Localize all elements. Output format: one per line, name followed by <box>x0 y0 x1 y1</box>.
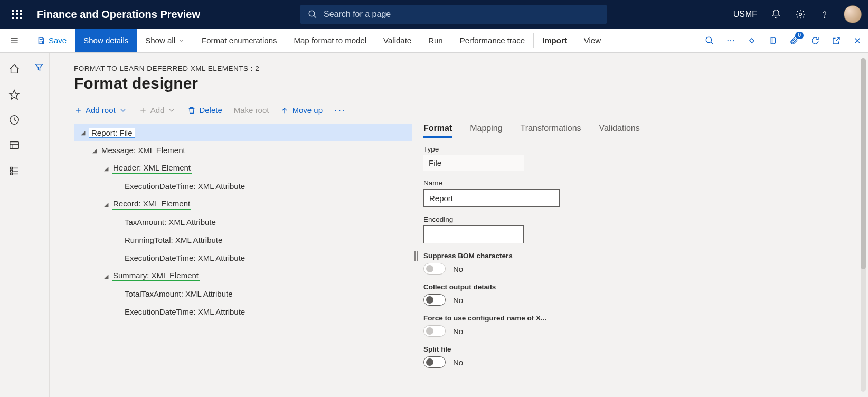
show-all-button[interactable]: Show all <box>137 29 193 52</box>
tab-format[interactable]: Format <box>423 124 452 138</box>
tree-node[interactable]: ◢Record: XML Element <box>74 195 412 213</box>
splitter-handle[interactable] <box>412 124 420 376</box>
chevron-down-icon <box>178 37 185 44</box>
content-area: FORMAT TO LEARN DEFERRED XML ELEMENTS : … <box>29 53 868 397</box>
svg-point-0 <box>309 11 315 16</box>
star-icon[interactable] <box>8 89 20 100</box>
global-search[interactable] <box>300 5 607 24</box>
svg-point-12 <box>730 40 731 41</box>
view-button[interactable]: View <box>575 29 609 52</box>
home-icon[interactable] <box>8 63 20 75</box>
refresh-icon[interactable] <box>805 29 826 52</box>
app-title: Finance and Operations Preview <box>37 8 200 21</box>
tree-node[interactable]: ◢Message: XML Element <box>74 141 412 159</box>
hamburger-icon[interactable] <box>0 29 29 53</box>
collect-output-toggle[interactable] <box>423 294 446 306</box>
svg-point-13 <box>733 40 734 41</box>
bell-icon[interactable] <box>771 9 781 20</box>
tab-mapping[interactable]: Mapping <box>470 124 502 138</box>
tree-node-label: ExecutionDateTime: XML Attribute <box>124 253 246 263</box>
svg-point-3 <box>824 17 825 17</box>
svg-line-1 <box>314 15 316 18</box>
more-icon[interactable]: ··· <box>334 104 346 116</box>
tree-node-label: Summary: XML Element <box>112 271 200 281</box>
popout-icon[interactable] <box>826 29 847 52</box>
delete-button[interactable]: Delete <box>187 106 222 115</box>
validate-button[interactable]: Validate <box>375 29 420 52</box>
tree-node[interactable]: ◢RunningTotal: XML Attribute <box>74 231 412 249</box>
svg-rect-8 <box>40 41 42 43</box>
main-panel: FORMAT TO LEARN DEFERRED XML ELEMENTS : … <box>50 53 868 397</box>
gear-icon[interactable] <box>795 9 806 20</box>
suppress-bom-toggle[interactable] <box>423 263 446 275</box>
import-button[interactable]: Import <box>534 29 575 52</box>
tab-transformations[interactable]: Transformations <box>521 124 581 138</box>
performance-trace-button[interactable]: Performance trace <box>451 29 533 52</box>
page-title: Format designer <box>74 74 852 92</box>
tree-node[interactable]: ◢ExecutionDateTime: XML Attribute <box>74 249 412 267</box>
split-file-toggle[interactable] <box>423 356 446 368</box>
clock-icon[interactable] <box>8 114 20 126</box>
move-up-button[interactable]: Move up <box>280 106 323 115</box>
tree-node[interactable]: ◢TotalTaxAmount: XML Attribute <box>74 285 412 303</box>
tree-node[interactable]: ◢ExecutionDateTime: XML Attribute <box>74 303 412 321</box>
save-button[interactable]: Save <box>29 29 75 52</box>
tree-node-label: ExecutionDateTime: XML Attribute <box>124 182 246 192</box>
ellipsis-icon[interactable] <box>720 29 741 52</box>
caret-icon[interactable]: ◢ <box>89 147 100 154</box>
name-field[interactable] <box>423 189 560 207</box>
tree-node-label: Header: XML Element <box>112 163 192 174</box>
show-details-button[interactable]: Show details <box>75 29 137 52</box>
force-name-toggle[interactable] <box>423 325 446 337</box>
encoding-field[interactable] <box>423 225 524 243</box>
type-label: Type <box>423 145 842 153</box>
svg-rect-25 <box>11 173 13 175</box>
tree-toolbar: Add root Add Delete Make root Move up ··… <box>74 104 852 116</box>
tab-validations[interactable]: Validations <box>599 124 640 138</box>
caret-icon[interactable]: ◢ <box>77 129 89 136</box>
type-value: File <box>423 155 524 171</box>
app-launcher-icon[interactable] <box>6 4 27 25</box>
collect-output-label: Collect output details <box>423 283 842 291</box>
svg-rect-23 <box>11 167 13 169</box>
help-icon[interactable] <box>819 9 830 20</box>
close-icon[interactable] <box>847 29 868 52</box>
diamond-icon[interactable] <box>741 29 762 52</box>
tree-panel: ◢Report: File◢Message: XML Element◢Heade… <box>74 124 412 376</box>
attachment-badge: 0 <box>795 32 804 39</box>
tree-node[interactable]: ◢Header: XML Element <box>74 159 412 177</box>
add-root-button[interactable]: Add root <box>74 106 127 115</box>
make-root-button: Make root <box>234 106 269 115</box>
tree-node[interactable]: ◢Report: File <box>74 124 412 141</box>
caret-icon[interactable]: ◢ <box>100 201 112 208</box>
tree-node-label: Record: XML Element <box>112 199 191 210</box>
format-enumerations-button[interactable]: Format enumerations <box>193 29 286 52</box>
breadcrumb: FORMAT TO LEARN DEFERRED XML ELEMENTS : … <box>74 64 852 72</box>
tree-node[interactable]: ◢ExecutionDateTime: XML Attribute <box>74 177 412 195</box>
svg-marker-29 <box>35 64 43 70</box>
legal-entity[interactable]: USMF <box>733 10 757 19</box>
svg-rect-20 <box>10 142 19 149</box>
tree-node[interactable]: ◢Summary: XML Element <box>74 267 412 285</box>
avatar[interactable] <box>844 5 862 23</box>
filter-column <box>29 53 50 397</box>
caret-icon[interactable]: ◢ <box>100 165 112 172</box>
tree-node-label: Message: XML Element <box>100 146 186 156</box>
tree-node[interactable]: ◢TaxAmount: XML Attribute <box>74 213 412 231</box>
search-icon <box>308 10 317 19</box>
force-name-value: No <box>453 327 463 336</box>
scrollbar[interactable] <box>861 58 866 392</box>
modules-icon[interactable] <box>8 165 20 176</box>
attachment-icon[interactable]: 0 <box>784 29 805 52</box>
filter-icon[interactable] <box>34 62 44 397</box>
workspace-icon[interactable] <box>8 139 20 151</box>
search-input[interactable] <box>324 10 599 19</box>
toolbar-search-icon[interactable] <box>699 29 720 52</box>
add-button: Add <box>139 106 176 115</box>
split-file-value: No <box>453 358 463 367</box>
office-icon[interactable] <box>762 29 784 52</box>
map-format-to-model-button[interactable]: Map format to model <box>286 29 375 52</box>
caret-icon[interactable]: ◢ <box>100 273 112 280</box>
svg-rect-7 <box>40 37 42 39</box>
run-button[interactable]: Run <box>420 29 451 52</box>
